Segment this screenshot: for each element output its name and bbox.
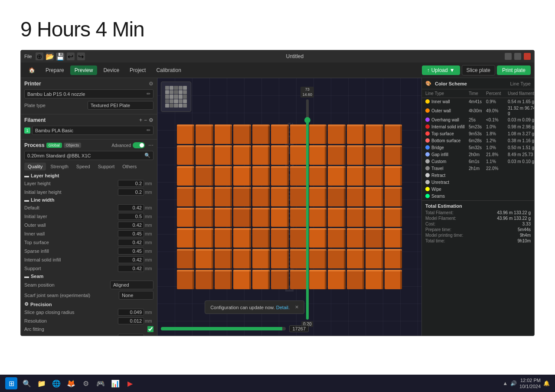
search-taskbar-icon[interactable]: 🔍 [21,377,33,389]
home-btn[interactable]: 🏠 [24,65,39,75]
minimize-btn[interactable] [505,53,512,60]
slider-handle[interactable] [304,117,310,123]
seam-position-row: Seam position Aligned [24,281,153,289]
objects-badge[interactable]: Objects [64,143,82,148]
print-plate-btn[interactable]: Print plate [497,65,531,75]
lt-table-row: Gap infill 2h0m 21.8% 8.49 m 25.73 g [422,151,534,158]
scarf-joint-selector[interactable]: None [119,291,153,300]
viewport[interactable]: Bambu Textured PEI Plate 7314.60 0.20 Co… [157,78,421,336]
initial-layer-width-input[interactable] [118,213,144,220]
seam-collapse-icon[interactable]: ▬ [24,274,29,279]
support-width-input[interactable] [118,265,144,272]
printer-section-title: Printer [24,81,41,87]
process-icons[interactable]: ⋯ [148,142,153,148]
printer-settings-icon[interactable]: ⚙ [149,81,153,87]
files-taskbar-icon[interactable]: 📁 [36,377,48,389]
title-bar-left: File ⊕ 📂 💾 ↩ ↪ [24,52,85,60]
thumb-cell [183,99,187,103]
close-btn[interactable] [524,53,531,60]
filament-edit-icon[interactable]: ✏ [147,127,150,133]
outer-wall-width-input[interactable] [118,222,144,229]
line-width-collapse-icon[interactable]: ▬ [24,197,29,203]
prepare-btn[interactable]: Prepare [41,65,69,75]
lt-row-used: 31.92 m 96.74 g [508,106,534,115]
upload-dropdown-icon[interactable]: ▼ [450,67,455,73]
layer-height-collapse-icon[interactable]: ▬ [24,173,29,178]
slice-gap-input[interactable] [118,309,144,316]
taskbar-notify-icon[interactable]: ▲ [503,380,508,386]
profile-search-icon[interactable]: 🔍 [144,153,150,158]
device-btn[interactable]: Device [99,65,124,75]
col-percent: Percent [486,91,508,96]
resolution-input[interactable] [118,317,144,324]
model-cell [252,187,270,206]
tab-others[interactable]: Others [119,163,140,170]
media-taskbar-icon[interactable]: ▶ [124,377,136,389]
browser-taskbar-icon[interactable]: 🌐 [50,377,62,389]
upload-btn[interactable]: ↑ Upload ▼ [422,65,460,75]
lt-row-used: 0.54 m 1.65 g [508,99,534,104]
lt-table-row: Internal solid infill 5m23s 1.0% 0.98 m … [422,123,534,130]
precision-collapse-icon[interactable]: ⚙ [24,301,29,307]
taskbar-volume-icon[interactable]: 🔊 [510,380,517,386]
lt-table-row: Wipe [422,186,534,193]
sparse-infill-input[interactable] [118,248,144,255]
advanced-toggle[interactable]: Advanced [112,142,145,148]
inner-wall-width-input[interactable] [118,230,144,237]
global-badge[interactable]: Global [46,143,62,148]
tab-speed[interactable]: Speed [73,163,94,170]
remove-filament-icon[interactable]: − [144,117,147,123]
tab-quality[interactable]: Quality [24,163,46,170]
notification-detail-link[interactable]: Detail. [276,305,290,310]
chart-taskbar-icon[interactable]: 📊 [109,377,121,389]
layer-height-input[interactable] [118,180,144,187]
notification-close-btn[interactable]: ✕ [295,304,299,310]
viewport-thumbnail[interactable] [161,82,191,112]
open-icon[interactable]: 📂 [46,52,54,60]
seam-position-selector[interactable]: Aligned [110,281,153,289]
printer-edit-icon[interactable]: ✏ [147,91,150,97]
model-cell [215,145,232,165]
slice-plate-btn[interactable]: Slice plate [462,65,495,75]
top-surface-width-input[interactable] [118,239,144,246]
plate-type-selector[interactable]: Textured PEI Plate [88,101,153,110]
tab-strength[interactable]: Strength [47,163,72,170]
xy-hole-input[interactable] [118,334,144,336]
taskbar-notification-bell[interactable]: 🔔 [543,380,550,386]
model-cell [347,228,365,248]
arc-fitting-checkbox[interactable] [147,326,153,332]
printer-name-selector[interactable]: Bambu Lab P1S 0.4 nozzle ✏ [24,89,153,98]
file-menu[interactable]: File [24,54,32,59]
process-profile-selector[interactable]: 0.20mm Standard @BBL X1C 🔍 [24,151,153,160]
initial-layer-height-input[interactable] [118,189,144,196]
slider-track[interactable] [306,99,309,320]
redo-icon[interactable]: ↪ [77,52,85,60]
game-taskbar-icon[interactable]: 🎮 [95,377,107,389]
xy-hole-row: X-Y hole compensation mm [24,334,153,336]
layer-slider[interactable]: 7314.60 0.20 [300,87,314,327]
lt-table-row: Outer wall 4h30m 49.0% 31.92 m 96.74 g [422,105,534,116]
filament-settings-icon[interactable]: ⚙ [149,117,153,123]
settings-taskbar-icon[interactable]: ⚙ [80,377,92,389]
calibration-btn[interactable]: Calibration [152,65,185,75]
filament-item: 1 Bambu PLA Basic ✏ [24,126,153,135]
col-used: Used filament [508,91,534,96]
lt-table-header: Line Type Time Percent Used filament Dis… [422,89,534,98]
support-width-row: Support mm [24,265,153,272]
default-width-input[interactable] [118,204,144,211]
save-icon[interactable]: 💾 [56,52,64,60]
add-filament-icon[interactable]: + [139,117,142,123]
advanced-switch[interactable] [133,142,145,148]
filament-selector[interactable]: Bambu PLA Basic ✏ [32,126,153,135]
preview-btn[interactable]: Preview [70,65,98,75]
new-icon[interactable]: ⊕ [36,52,43,60]
internal-solid-input[interactable] [118,256,144,263]
tab-support[interactable]: Support [95,163,118,170]
start-button[interactable]: ⊞ [5,377,17,389]
firefox-taskbar-icon[interactable]: 🦊 [65,377,77,389]
maximize-btn[interactable] [514,53,521,60]
undo-icon[interactable]: ↩ [67,52,75,60]
model-cell [233,145,251,165]
project-btn[interactable]: Project [125,65,150,75]
lt-table-row: Inner wall 4m41s 0.9% 0.54 m 1.65 g [422,98,534,105]
